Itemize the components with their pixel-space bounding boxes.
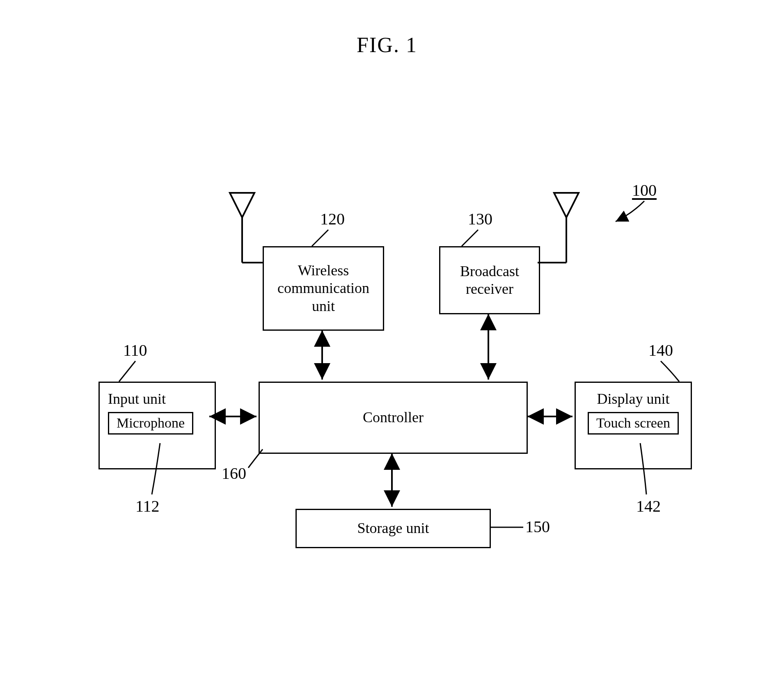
- ref-input-unit: 110: [123, 341, 147, 360]
- leader-110: [119, 361, 135, 382]
- ref-microphone: 112: [135, 496, 160, 516]
- ref-storage: 150: [525, 517, 550, 536]
- block-storage-unit: Storage unit: [295, 509, 491, 548]
- display-unit-label: Display unit: [597, 390, 670, 408]
- ref-display-unit: 140: [648, 341, 673, 360]
- wireless-l2: communication: [277, 279, 369, 297]
- broadcast-l1: Broadcast: [460, 263, 519, 280]
- input-unit-label: Input unit: [108, 390, 166, 408]
- ref-broadcast: 130: [468, 209, 492, 229]
- leader-120: [312, 230, 328, 246]
- block-input-unit: Input unit Microphone: [98, 382, 216, 469]
- antenna-broadcast-icon: [538, 193, 579, 263]
- block-controller: Controller: [259, 382, 528, 454]
- leader-100: [616, 201, 644, 222]
- block-display-unit: Display unit Touch screen: [575, 382, 692, 469]
- leader-140: [661, 361, 679, 382]
- ref-wireless: 120: [320, 209, 345, 229]
- ref-controller: 160: [222, 464, 246, 483]
- block-touch-screen: Touch screen: [588, 412, 679, 435]
- block-wireless-unit: Wireless communication unit: [263, 246, 384, 331]
- storage-label: Storage unit: [357, 519, 429, 537]
- controller-label: Controller: [363, 409, 424, 426]
- broadcast-l2: receiver: [466, 280, 513, 298]
- ref-system: 100: [632, 181, 657, 200]
- wireless-l3: unit: [312, 297, 335, 315]
- figure-title: FIG. 1: [0, 33, 774, 57]
- leader-130: [462, 230, 478, 246]
- block-microphone: Microphone: [108, 412, 193, 435]
- block-broadcast-receiver: Broadcast receiver: [439, 246, 540, 314]
- wireless-l1: Wireless: [298, 262, 349, 279]
- antenna-wireless-icon: [230, 193, 263, 263]
- ref-touch-screen: 142: [636, 496, 661, 516]
